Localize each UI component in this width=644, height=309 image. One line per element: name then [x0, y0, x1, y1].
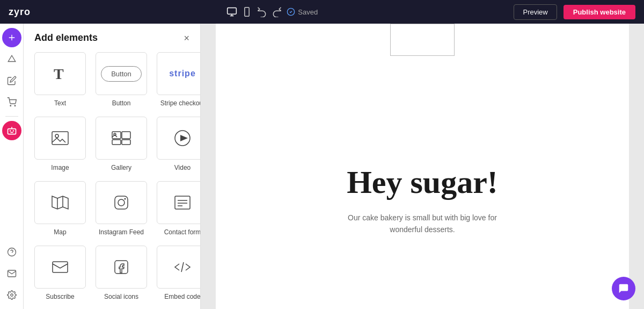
canvas-area: Hey sugar! Our cake bakery is small but … [201, 24, 644, 309]
element-gallery[interactable]: Gallery [93, 114, 149, 174]
element-contact-label: Contact form [164, 228, 201, 236]
element-map[interactable]: Map [32, 179, 88, 238]
element-image-label: Image [51, 164, 69, 171]
element-video[interactable]: Video [155, 114, 201, 174]
element-text[interactable]: T Text [32, 50, 88, 109]
svg-rect-31 [53, 262, 68, 272]
svg-point-8 [13, 131, 13, 131]
element-gallery-label: Gallery [111, 164, 131, 171]
canvas-page: Hey sugar! Our cake bakery is small but … [216, 24, 629, 309]
topbar-center: Saved [226, 6, 318, 17]
svg-rect-32 [115, 261, 128, 274]
svg-rect-24 [115, 196, 128, 209]
element-map-label: Map [54, 228, 66, 236]
desktop-view-button[interactable] [226, 6, 237, 17]
element-button[interactable]: Button Button [93, 50, 149, 109]
svg-rect-6 [8, 129, 16, 134]
publish-button[interactable]: Publish website [564, 5, 635, 19]
svg-point-7 [10, 131, 10, 131]
sidebar-settings-button[interactable] [2, 285, 21, 305]
canvas-top-box [390, 24, 455, 56]
svg-rect-17 [122, 140, 130, 145]
saved-badge: Saved [287, 8, 318, 16]
svg-rect-1 [245, 8, 249, 17]
svg-point-4 [10, 105, 11, 106]
svg-rect-16 [112, 140, 121, 145]
sidebar-cart-button[interactable] [2, 92, 21, 112]
mobile-view-button[interactable] [241, 6, 252, 17]
svg-marker-20 [180, 135, 188, 141]
sidebar-design-button[interactable] [2, 49, 21, 69]
element-video-label: Video [174, 164, 191, 171]
element-image[interactable]: Image [32, 114, 88, 174]
element-instagram-label: Instagram Feed [99, 228, 144, 236]
chat-bubble-button[interactable] [612, 277, 635, 300]
element-social-icon-box [96, 246, 147, 289]
preview-button[interactable]: Preview [514, 4, 557, 20]
element-button-icon-box: Button [96, 52, 147, 95]
element-embed-icon-box [157, 246, 201, 289]
element-embed[interactable]: Embed code [155, 243, 201, 303]
element-subscribe[interactable]: Subscribe [32, 243, 88, 303]
element-subscribe-label: Subscribe [46, 293, 74, 300]
element-stripe[interactable]: stripe Stripe checkout [155, 50, 201, 109]
sidebar-robot-button[interactable] [2, 121, 21, 140]
element-instagram[interactable]: Instagram Feed [93, 179, 149, 238]
element-video-icon-box [157, 117, 201, 160]
element-image-icon-box [34, 117, 86, 160]
element-stripe-icon-box: stripe [157, 52, 201, 95]
canvas-subtext: Our cake bakery is small but with big lo… [342, 212, 503, 236]
sidebar-edit-button[interactable] [2, 71, 21, 90]
topbar-right: Preview Publish website [514, 4, 635, 20]
element-stripe-preview: stripe [169, 69, 196, 78]
elements-grid: T Text Button Button stripe Stripe check… [24, 50, 200, 309]
element-subscribe-icon-box [34, 246, 86, 289]
sidebar-icons [0, 24, 24, 309]
sidebar-mail-button[interactable] [2, 264, 21, 283]
svg-marker-21 [52, 196, 68, 209]
svg-point-25 [118, 199, 125, 206]
sidebar-help-button[interactable] [2, 242, 21, 262]
panel-title: Add elements [34, 32, 98, 44]
element-text-icon-box: T [34, 52, 86, 95]
main-layout: Add elements × T Text Button Button [0, 24, 644, 309]
sidebar-divider [5, 116, 18, 117]
element-contact[interactable]: Contact form [155, 179, 201, 238]
elements-panel: Add elements × T Text Button Button [24, 24, 201, 309]
element-text-label: Text [54, 99, 66, 107]
svg-line-33 [181, 262, 184, 272]
panel-header: Add elements × [24, 24, 200, 50]
element-embed-label: Embed code [164, 293, 200, 300]
svg-rect-27 [175, 196, 190, 209]
svg-point-26 [125, 198, 126, 200]
svg-point-13 [55, 134, 58, 138]
svg-point-9 [8, 248, 16, 256]
canvas-headline: Hey sugar! [347, 164, 498, 201]
svg-point-5 [14, 105, 16, 106]
element-contact-icon-box [157, 181, 201, 224]
canvas-content: Hey sugar! Our cake bakery is small but … [216, 67, 629, 309]
redo-button[interactable] [272, 6, 282, 17]
element-map-icon-box [34, 181, 86, 224]
panel-close-button[interactable]: × [184, 33, 189, 43]
sidebar-add-button[interactable] [2, 28, 21, 47]
element-instagram-icon-box [96, 181, 147, 224]
undo-button[interactable] [257, 6, 267, 17]
svg-rect-0 [228, 8, 237, 15]
element-social-label: Social icons [104, 293, 138, 300]
topbar: zyro Saved Preview Publish website [0, 0, 644, 24]
svg-text:T: T [54, 66, 64, 82]
svg-point-10 [10, 294, 13, 297]
svg-rect-14 [112, 132, 121, 139]
element-gallery-icon-box [96, 117, 147, 160]
svg-rect-15 [122, 132, 130, 139]
element-button-label: Button [112, 99, 131, 107]
element-button-preview: Button [101, 66, 142, 82]
svg-rect-12 [52, 132, 68, 145]
logo: zyro [9, 6, 31, 18]
element-stripe-label: Stripe checkout [160, 99, 201, 107]
element-social[interactable]: Social icons [93, 243, 149, 303]
